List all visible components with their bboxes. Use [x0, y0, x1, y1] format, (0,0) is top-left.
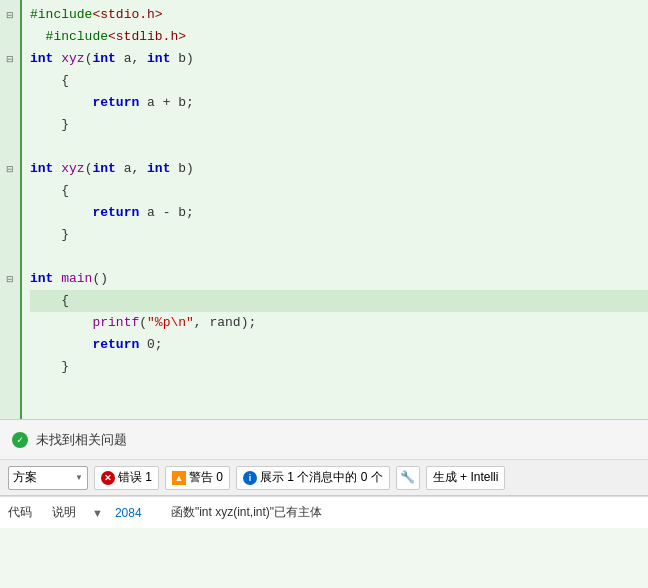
code-token: {: [61, 180, 69, 202]
code-token: int: [147, 158, 170, 180]
code-token: (): [92, 268, 108, 290]
gutter-mark: [0, 114, 20, 136]
code-line: int xyz(int a, int b): [30, 158, 648, 180]
error-badge[interactable]: ✕ 错误 1: [94, 466, 159, 490]
gutter-mark: [0, 224, 20, 246]
code-line: int xyz(int a, int b): [30, 48, 648, 70]
code-line: {: [30, 290, 648, 312]
code-token: , rand);: [194, 312, 256, 334]
status-bar: ✓ 未找到相关问题: [0, 420, 648, 460]
code-line: return a + b;: [30, 92, 648, 114]
code-token: int: [30, 48, 61, 70]
code-token: b): [170, 48, 193, 70]
gutter-mark: [0, 312, 20, 334]
code-token: return: [92, 334, 139, 356]
code-line: [30, 246, 648, 268]
gutter-mark: [0, 356, 20, 378]
col-desc-arrow: ▼: [92, 507, 103, 519]
code-token: int: [147, 48, 170, 70]
code-line: int main(): [30, 268, 648, 290]
gutter-mark: [0, 290, 20, 312]
code-token: a + b;: [139, 92, 194, 114]
col-desc: 说明: [52, 504, 76, 521]
code-token: (: [85, 48, 93, 70]
code-token: a,: [116, 48, 147, 70]
code-token: }: [61, 356, 69, 378]
code-line: #include<stdio.h>: [30, 4, 648, 26]
code-token: a,: [116, 158, 147, 180]
gutter-mark: [0, 246, 20, 268]
bottom-toolbar[interactable]: 方案 ▼ ✕ 错误 1 ▲ 警告 0 i 展示 1 个消息中的 0 个 🔧 生成…: [0, 460, 648, 496]
gutter-mark: [0, 136, 20, 158]
code-line: return 0;: [30, 334, 648, 356]
code-token: "%p\n": [147, 312, 194, 334]
gutter-mark: [0, 70, 20, 92]
code-token: b): [170, 158, 193, 180]
gutter-mark[interactable]: ⊟: [0, 4, 20, 26]
code-line: printf("%p\n", rand);: [30, 312, 648, 334]
code-line: {: [30, 180, 648, 202]
warning-label: 警告 0: [189, 469, 223, 486]
gutter-mark[interactable]: ⊟: [0, 268, 20, 290]
code-line: return a - b;: [30, 202, 648, 224]
code-token: int: [30, 158, 61, 180]
code-token: #include: [30, 26, 108, 48]
code-token: printf: [92, 312, 139, 334]
code-token: main: [61, 268, 92, 290]
code-line: }: [30, 356, 648, 378]
error-code: 2084: [115, 506, 155, 520]
code-token: <stdlib.h>: [108, 26, 186, 48]
code-token: xyz: [61, 158, 84, 180]
info-icon: i: [243, 471, 257, 485]
code-token: return: [92, 92, 139, 114]
code-token: #include: [30, 4, 92, 26]
solution-label: 方案: [13, 469, 37, 486]
col-code: 代码: [8, 504, 32, 521]
code-token: int: [92, 48, 115, 70]
code-line: }: [30, 224, 648, 246]
code-line: #include<stdlib.h>: [30, 26, 648, 48]
code-line: {: [30, 70, 648, 92]
code-token: return: [92, 202, 139, 224]
gutter-mark: [0, 180, 20, 202]
error-panel: 代码 说明 ▼ 2084 函数"int xyz(int,int)"已有主体: [0, 496, 648, 528]
code-line: }: [30, 114, 648, 136]
warning-badge[interactable]: ▲ 警告 0: [165, 466, 230, 490]
info-label: 展示 1 个消息中的 0 个: [260, 469, 383, 486]
editor-lines[interactable]: #include<stdio.h> #include<stdlib.h>int …: [22, 0, 648, 419]
code-token: }: [61, 224, 69, 246]
error-icon: ✕: [101, 471, 115, 485]
error-label: 错误 1: [118, 469, 152, 486]
status-text: 未找到相关问题: [36, 431, 127, 449]
dropdown-arrow-icon: ▼: [75, 473, 83, 482]
code-token: {: [61, 70, 69, 92]
gutter-mark: [0, 26, 20, 48]
gutter-mark[interactable]: ⊟: [0, 158, 20, 180]
code-token: <stdio.h>: [92, 4, 162, 26]
warning-icon: ▲: [172, 471, 186, 485]
code-line: [30, 136, 648, 158]
code-token: int: [92, 158, 115, 180]
build-label: 生成 + Intelli: [433, 469, 499, 486]
status-ok-icon: ✓: [12, 432, 28, 448]
code-token: int: [30, 268, 61, 290]
code-editor[interactable]: ⊟⊟⊟⊟ #include<stdio.h> #include<stdlib.h…: [0, 0, 648, 420]
code-token: (: [85, 158, 93, 180]
build-button[interactable]: 生成 + Intelli: [426, 466, 506, 490]
code-token: 0;: [139, 334, 162, 356]
error-desc: 函数"int xyz(int,int)"已有主体: [171, 504, 322, 521]
gutter-mark: [0, 202, 20, 224]
gutter-mark[interactable]: ⊟: [0, 48, 20, 70]
info-badge[interactable]: i 展示 1 个消息中的 0 个: [236, 466, 390, 490]
code-token: {: [61, 290, 69, 312]
gutter-mark: [0, 92, 20, 114]
filter-icon-btn[interactable]: 🔧: [396, 466, 420, 490]
filter-icon: 🔧: [400, 470, 415, 485]
code-token: a - b;: [139, 202, 194, 224]
editor-gutter: ⊟⊟⊟⊟: [0, 0, 22, 419]
solution-dropdown[interactable]: 方案 ▼: [8, 466, 88, 490]
code-token: (: [139, 312, 147, 334]
code-token: xyz: [61, 48, 84, 70]
gutter-mark: [0, 334, 20, 356]
code-token: }: [61, 114, 69, 136]
